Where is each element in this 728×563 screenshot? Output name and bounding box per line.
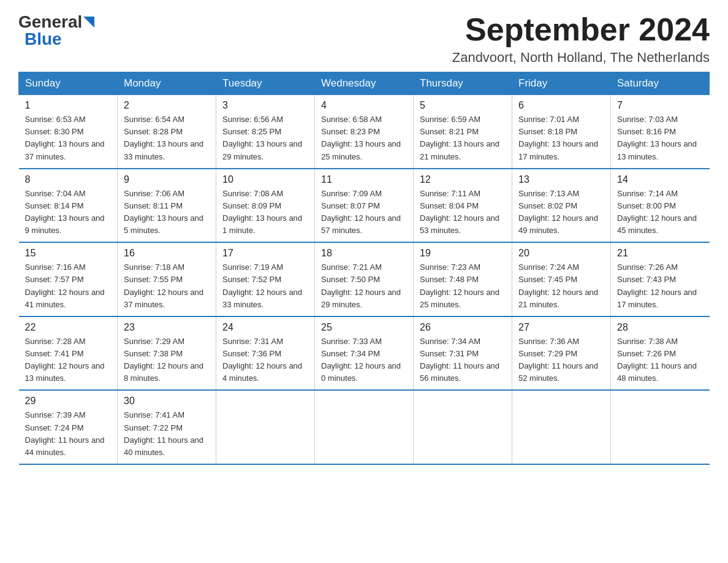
calendar-cell: 3Sunrise: 6:56 AMSunset: 8:25 PMDaylight… xyxy=(216,95,315,169)
calendar-cell: 18Sunrise: 7:21 AMSunset: 7:50 PMDayligh… xyxy=(315,242,414,316)
day-info: Sunrise: 7:09 AMSunset: 8:07 PMDaylight:… xyxy=(321,188,407,237)
calendar-cell: 6Sunrise: 7:01 AMSunset: 8:18 PMDaylight… xyxy=(512,95,611,169)
day-info: Sunrise: 6:59 AMSunset: 8:21 PMDaylight:… xyxy=(420,113,506,163)
day-number: 13 xyxy=(518,174,604,185)
calendar-cell: 9Sunrise: 7:06 AMSunset: 8:11 PMDaylight… xyxy=(118,169,216,243)
day-number: 5 xyxy=(420,100,506,111)
day-info: Sunrise: 7:03 AMSunset: 8:16 PMDaylight:… xyxy=(617,113,703,163)
calendar-cell: 15Sunrise: 7:16 AMSunset: 7:57 PMDayligh… xyxy=(19,242,118,316)
calendar-cell: 22Sunrise: 7:28 AMSunset: 7:41 PMDayligh… xyxy=(19,316,118,391)
day-info: Sunrise: 7:38 AMSunset: 7:26 PMDaylight:… xyxy=(617,335,703,385)
day-info: Sunrise: 7:04 AMSunset: 8:14 PMDaylight:… xyxy=(25,188,112,237)
logo: General Blue xyxy=(18,12,94,49)
calendar-table: SundayMondayTuesdayWednesdayThursdayFrid… xyxy=(18,72,710,465)
day-number: 8 xyxy=(25,174,112,185)
day-info: Sunrise: 7:31 AMSunset: 7:36 PMDaylight:… xyxy=(222,335,308,385)
calendar-cell: 4Sunrise: 6:58 AMSunset: 8:23 PMDaylight… xyxy=(315,95,414,169)
day-number: 24 xyxy=(222,322,308,333)
day-number: 16 xyxy=(124,248,210,259)
calendar-cell: 25Sunrise: 7:33 AMSunset: 7:34 PMDayligh… xyxy=(315,316,414,391)
day-info: Sunrise: 7:36 AMSunset: 7:29 PMDaylight:… xyxy=(518,335,604,385)
day-number: 4 xyxy=(321,100,407,111)
day-info: Sunrise: 7:06 AMSunset: 8:11 PMDaylight:… xyxy=(124,188,210,237)
calendar-cell: 29Sunrise: 7:39 AMSunset: 7:24 PMDayligh… xyxy=(19,390,118,464)
day-info: Sunrise: 7:34 AMSunset: 7:31 PMDaylight:… xyxy=(420,335,506,385)
day-info: Sunrise: 7:19 AMSunset: 7:52 PMDaylight:… xyxy=(222,261,308,311)
day-number: 22 xyxy=(25,322,112,333)
day-info: Sunrise: 7:01 AMSunset: 8:18 PMDaylight:… xyxy=(518,113,604,163)
calendar-cell: 19Sunrise: 7:23 AMSunset: 7:48 PMDayligh… xyxy=(414,242,512,316)
day-info: Sunrise: 7:11 AMSunset: 8:04 PMDaylight:… xyxy=(420,188,506,237)
calendar-cell: 7Sunrise: 7:03 AMSunset: 8:16 PMDaylight… xyxy=(611,95,710,169)
day-info: Sunrise: 7:41 AMSunset: 7:22 PMDaylight:… xyxy=(124,409,210,459)
day-info: Sunrise: 7:21 AMSunset: 7:50 PMDaylight:… xyxy=(321,261,407,311)
weekday-header-saturday: Saturday xyxy=(611,72,710,95)
calendar-cell: 26Sunrise: 7:34 AMSunset: 7:31 PMDayligh… xyxy=(414,316,512,391)
calendar-cell: 27Sunrise: 7:36 AMSunset: 7:29 PMDayligh… xyxy=(512,316,611,391)
day-info: Sunrise: 7:08 AMSunset: 8:09 PMDaylight:… xyxy=(222,188,308,237)
day-info: Sunrise: 7:18 AMSunset: 7:55 PMDaylight:… xyxy=(124,261,210,311)
day-number: 17 xyxy=(222,248,308,259)
calendar-cell: 1Sunrise: 6:53 AMSunset: 8:30 PMDaylight… xyxy=(19,95,118,169)
calendar-week-row: 15Sunrise: 7:16 AMSunset: 7:57 PMDayligh… xyxy=(19,242,710,316)
day-info: Sunrise: 7:26 AMSunset: 7:43 PMDaylight:… xyxy=(617,261,703,311)
day-number: 14 xyxy=(617,174,703,185)
day-number: 27 xyxy=(518,322,604,333)
calendar-week-row: 29Sunrise: 7:39 AMSunset: 7:24 PMDayligh… xyxy=(19,390,710,464)
day-number: 25 xyxy=(321,322,407,333)
day-info: Sunrise: 6:54 AMSunset: 8:28 PMDaylight:… xyxy=(124,113,210,163)
day-info: Sunrise: 7:28 AMSunset: 7:41 PMDaylight:… xyxy=(25,335,112,385)
logo-blue-text: Blue xyxy=(25,29,62,49)
weekday-header-monday: Monday xyxy=(118,72,216,95)
calendar-cell: 13Sunrise: 7:13 AMSunset: 8:02 PMDayligh… xyxy=(512,169,611,243)
day-number: 15 xyxy=(25,248,112,259)
page-header: General Blue September 2024 Zandvoort, N… xyxy=(18,12,710,66)
weekday-header-sunday: Sunday xyxy=(19,72,118,95)
weekday-header-friday: Friday xyxy=(512,72,611,95)
day-info: Sunrise: 7:39 AMSunset: 7:24 PMDaylight:… xyxy=(25,409,112,459)
calendar-cell: 5Sunrise: 6:59 AMSunset: 8:21 PMDaylight… xyxy=(414,95,512,169)
day-info: Sunrise: 6:53 AMSunset: 8:30 PMDaylight:… xyxy=(25,113,112,163)
day-number: 10 xyxy=(222,174,308,185)
calendar-cell: 12Sunrise: 7:11 AMSunset: 8:04 PMDayligh… xyxy=(414,169,512,243)
calendar-cell: 8Sunrise: 7:04 AMSunset: 8:14 PMDaylight… xyxy=(19,169,118,243)
title-area: September 2024 Zandvoort, North Holland,… xyxy=(452,12,710,66)
calendar-header-row: SundayMondayTuesdayWednesdayThursdayFrid… xyxy=(19,72,710,95)
weekday-header-thursday: Thursday xyxy=(414,72,512,95)
calendar-cell: 16Sunrise: 7:18 AMSunset: 7:55 PMDayligh… xyxy=(118,242,216,316)
calendar-cell xyxy=(315,390,414,464)
calendar-cell: 17Sunrise: 7:19 AMSunset: 7:52 PMDayligh… xyxy=(216,242,315,316)
day-info: Sunrise: 7:29 AMSunset: 7:38 PMDaylight:… xyxy=(124,335,210,385)
calendar-cell: 10Sunrise: 7:08 AMSunset: 8:09 PMDayligh… xyxy=(216,169,315,243)
calendar-cell xyxy=(414,390,512,464)
calendar-week-row: 22Sunrise: 7:28 AMSunset: 7:41 PMDayligh… xyxy=(19,316,710,391)
calendar-cell xyxy=(611,390,710,464)
calendar-cell: 28Sunrise: 7:38 AMSunset: 7:26 PMDayligh… xyxy=(611,316,710,391)
day-number: 19 xyxy=(420,248,506,259)
calendar-cell: 24Sunrise: 7:31 AMSunset: 7:36 PMDayligh… xyxy=(216,316,315,391)
day-number: 30 xyxy=(124,396,210,407)
day-number: 1 xyxy=(25,100,112,111)
day-number: 20 xyxy=(518,248,604,259)
calendar-cell xyxy=(512,390,611,464)
day-number: 9 xyxy=(124,174,210,185)
logo-arrow-icon xyxy=(83,17,94,28)
day-number: 6 xyxy=(518,100,604,111)
calendar-cell: 20Sunrise: 7:24 AMSunset: 7:45 PMDayligh… xyxy=(512,242,611,316)
calendar-cell xyxy=(216,390,315,464)
day-number: 3 xyxy=(222,100,308,111)
day-info: Sunrise: 7:33 AMSunset: 7:34 PMDaylight:… xyxy=(321,335,407,385)
calendar-week-row: 1Sunrise: 6:53 AMSunset: 8:30 PMDaylight… xyxy=(19,95,710,169)
day-number: 29 xyxy=(25,396,112,407)
day-number: 26 xyxy=(420,322,506,333)
weekday-header-tuesday: Tuesday xyxy=(216,72,315,95)
calendar-cell: 14Sunrise: 7:14 AMSunset: 8:00 PMDayligh… xyxy=(611,169,710,243)
calendar-cell: 2Sunrise: 6:54 AMSunset: 8:28 PMDaylight… xyxy=(118,95,216,169)
day-info: Sunrise: 6:56 AMSunset: 8:25 PMDaylight:… xyxy=(222,113,308,163)
day-number: 11 xyxy=(321,174,407,185)
day-number: 28 xyxy=(617,322,703,333)
location-subtitle: Zandvoort, North Holland, The Netherland… xyxy=(452,50,710,66)
day-info: Sunrise: 7:23 AMSunset: 7:48 PMDaylight:… xyxy=(420,261,506,311)
day-info: Sunrise: 7:14 AMSunset: 8:00 PMDaylight:… xyxy=(617,188,703,237)
calendar-cell: 21Sunrise: 7:26 AMSunset: 7:43 PMDayligh… xyxy=(611,242,710,316)
